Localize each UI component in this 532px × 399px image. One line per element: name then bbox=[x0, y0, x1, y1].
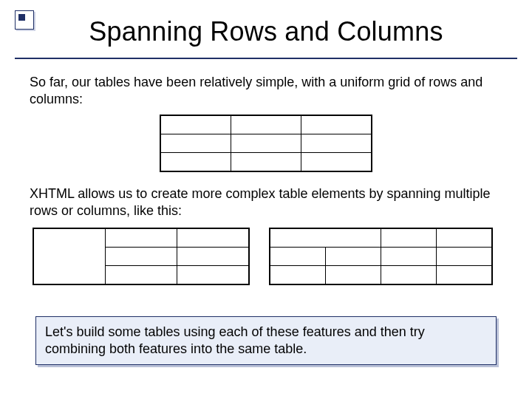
table-colspan-example bbox=[269, 228, 493, 285]
table-rowspan-example bbox=[33, 228, 250, 285]
table-uniform-grid bbox=[160, 115, 372, 172]
callout-box: Let's build some tables using each of th… bbox=[35, 316, 497, 365]
paragraph-2: XHTML allows us to create more complex t… bbox=[30, 185, 502, 219]
slide-title: Spanning Rows and Columns bbox=[0, 16, 532, 47]
title-rule bbox=[15, 58, 517, 59]
paragraph-1: So far, our tables have been relatively … bbox=[30, 74, 502, 107]
